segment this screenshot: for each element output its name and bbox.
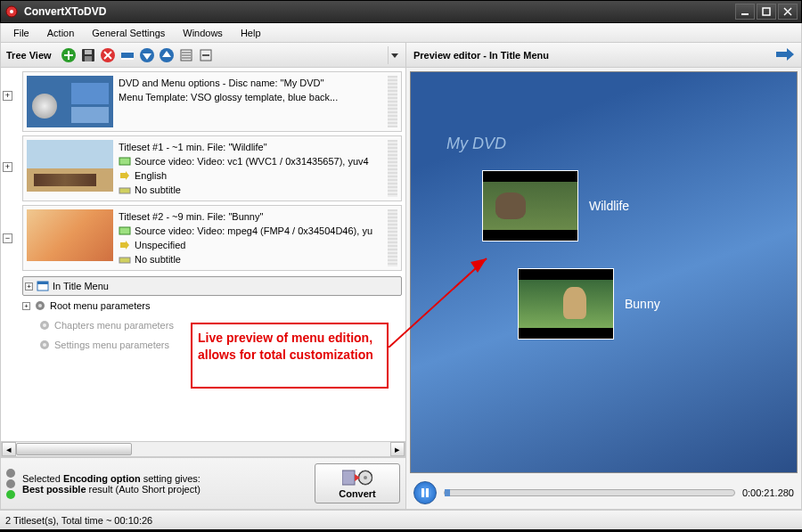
ts2-sub: No subtitle <box>135 252 181 266</box>
toolbar-overflow[interactable] <box>388 46 400 64</box>
convert-button[interactable]: Convert <box>315 463 400 503</box>
dvd-preview[interactable]: My DVD Wildlife Bunny <box>410 71 798 473</box>
svg-marker-31 <box>126 171 129 180</box>
svg-point-48 <box>364 476 367 479</box>
exp-root[interactable]: + <box>22 302 30 310</box>
scroll-left-icon[interactable]: ◂ <box>2 442 16 456</box>
pause-button[interactable] <box>413 481 437 504</box>
dvd-item-2[interactable]: Bunny <box>518 268 660 340</box>
tree-toolbar: Tree View <box>1 43 405 68</box>
audio-icon <box>119 169 131 182</box>
svg-rect-27 <box>202 54 209 56</box>
tree-view-label: Tree View <box>6 50 52 61</box>
ts2-body: Titleset #2 - ~9 min. File: "Bunny" Sour… <box>119 209 384 266</box>
root-label: Root menu parameters <box>50 300 151 311</box>
svg-rect-52 <box>426 488 429 497</box>
ts1-body: Titleset #1 - ~1 min. File: "Wildlife" S… <box>119 140 384 197</box>
disc-line1: DVD and Menu options - Disc name: "My DV… <box>119 76 384 90</box>
svg-point-44 <box>43 343 46 347</box>
collapse-button[interactable] <box>197 46 215 64</box>
audio-icon <box>119 239 131 251</box>
subtitle-icon <box>119 253 131 266</box>
dvd-label-1: Wildlife <box>589 199 629 213</box>
svg-marker-28 <box>391 53 398 58</box>
annotation-callout: Live preview of menu edition, allows for… <box>191 323 389 389</box>
menu-general-settings[interactable]: General Settings <box>83 26 174 40</box>
svg-rect-32 <box>119 188 130 193</box>
delete-button[interactable] <box>99 46 117 64</box>
svg-rect-38 <box>37 282 48 284</box>
menu-file[interactable]: File <box>4 26 38 40</box>
convert-label: Convert <box>339 488 376 499</box>
list-view-button[interactable] <box>177 46 195 64</box>
card-handle[interactable] <box>388 76 397 127</box>
svg-rect-51 <box>421 488 424 497</box>
gear-icon <box>38 339 51 351</box>
svg-point-40 <box>38 304 42 307</box>
scroll-thumb[interactable] <box>16 443 132 455</box>
gear-icon <box>34 299 46 312</box>
scroll-right-icon[interactable]: ▸ <box>390 442 405 456</box>
gear-icon <box>38 319 51 331</box>
maximize-button[interactable] <box>757 4 776 20</box>
bottom-panel: Selected Encoding option setting gives: … <box>1 457 405 509</box>
dvd-item-1[interactable]: Wildlife <box>482 170 629 241</box>
svg-rect-2 <box>741 13 749 15</box>
card-handle[interactable] <box>388 209 397 266</box>
dvd-thumb-1 <box>482 170 578 241</box>
svg-rect-34 <box>120 242 126 248</box>
disc-card[interactable]: DVD and Menu options - Disc name: "My DV… <box>22 71 402 132</box>
svg-rect-29 <box>119 158 130 165</box>
tree-hscrollbar[interactable]: ◂ ▸ <box>1 441 405 457</box>
ts1-source: Source video: Video: vc1 (WVC1 / 0x31435… <box>135 154 369 168</box>
svg-rect-45 <box>342 471 355 485</box>
node-root-menu[interactable]: + Root menu parameters <box>22 296 402 315</box>
move-up-button[interactable] <box>158 46 176 64</box>
svg-rect-8 <box>64 54 73 56</box>
ts2-source: Source video: Video: mpeg4 (FMP4 / 0x345… <box>135 224 372 238</box>
subtitle-icon <box>119 184 131 196</box>
ts1-sub: No subtitle <box>135 183 181 197</box>
expand-disc[interactable]: + <box>3 91 12 101</box>
svg-rect-17 <box>121 58 134 60</box>
svg-marker-35 <box>126 241 129 250</box>
ts2-lang: Unspecified <box>135 238 185 252</box>
add-button[interactable] <box>60 46 78 64</box>
ts1-lang: English <box>135 168 167 183</box>
expand-ts2[interactable]: − <box>3 233 12 243</box>
seek-bar[interactable] <box>444 489 735 496</box>
status-bar: 2 Titleset(s), Total time ~ 00:10:26 <box>0 510 802 529</box>
next-arrow-icon[interactable] <box>776 48 794 62</box>
titleset-2-card[interactable]: Titleset #2 - ~9 min. File: "Bunny" Sour… <box>22 205 402 271</box>
move-down-button[interactable] <box>138 46 156 64</box>
node-in-title-menu[interactable]: + In Title Menu <box>22 276 402 296</box>
encoding-text: Selected Encoding option setting gives: … <box>22 473 200 495</box>
card-handle[interactable] <box>388 140 397 197</box>
save-button[interactable] <box>79 46 97 64</box>
film-button[interactable] <box>119 46 136 64</box>
ts1-thumb <box>27 140 113 192</box>
svg-rect-30 <box>120 173 126 178</box>
svg-marker-50 <box>776 48 794 61</box>
ts2-title: Titleset #2 - ~9 min. File: "Bunny" <box>119 209 384 224</box>
exp-in-title[interactable]: + <box>25 282 33 291</box>
menu-windows[interactable]: Windows <box>174 26 232 40</box>
settings-label: Settings menu parameters <box>54 340 169 350</box>
video-icon <box>119 225 131 237</box>
close-button[interactable] <box>778 4 798 20</box>
dvd-thumb-2 <box>518 268 614 340</box>
menu-action[interactable]: Action <box>38 26 84 40</box>
preview-header: Preview editor - In Title Menu <box>406 43 801 68</box>
svg-rect-33 <box>119 227 130 234</box>
left-pane: Tree View + DVD and Menu options - D <box>1 43 406 509</box>
traffic-light-icon <box>6 469 15 499</box>
svg-rect-10 <box>85 50 92 54</box>
ts1-title: Titleset #1 - ~1 min. File: "Wildlife" <box>119 140 384 154</box>
expand-ts1[interactable]: + <box>3 162 12 172</box>
titleset-1-card[interactable]: Titleset #1 - ~1 min. File: "Wildlife" S… <box>22 135 402 201</box>
app-title: ConvertXToDVD <box>24 5 733 18</box>
app-icon <box>4 4 19 19</box>
menu-help[interactable]: Help <box>232 26 270 40</box>
ts2-thumb <box>27 209 113 261</box>
minimize-button[interactable] <box>735 4 755 20</box>
